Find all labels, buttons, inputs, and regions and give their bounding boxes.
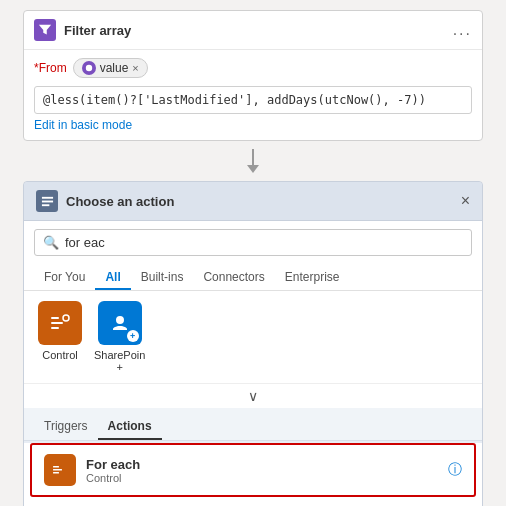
svg-rect-2 [41, 200, 52, 202]
sharepoint-label: SharePoin+ [94, 349, 145, 373]
svg-point-7 [63, 315, 69, 321]
tab-enterprise[interactable]: Enterprise [275, 264, 350, 290]
svg-point-0 [85, 65, 91, 71]
choose-action-card: Choose an action × 🔍 for eac For You All… [23, 181, 483, 506]
control-icon-box [38, 301, 82, 345]
from-label: *From [34, 61, 67, 75]
icons-grid: Control + SharePoin+ [24, 291, 482, 383]
main-container: Filter array ... *From value × @less(ite… [0, 0, 506, 506]
value-tag-label: value [100, 61, 129, 75]
for-each-info-icon[interactable]: ⓘ [448, 461, 462, 479]
filter-array-icon [34, 19, 56, 41]
edit-basic-mode-link[interactable]: Edit in basic mode [34, 118, 132, 132]
tab-all[interactable]: All [95, 264, 130, 290]
value-tag-close[interactable]: × [132, 62, 138, 74]
choose-action-icon [36, 190, 58, 212]
filter-array-header: Filter array ... [24, 11, 482, 50]
control-label: Control [42, 349, 77, 361]
tabs-row: For You All Built-ins Connectors Enterpr… [24, 264, 482, 291]
search-box[interactable]: 🔍 for eac [34, 229, 472, 256]
choose-header-left: Choose an action [36, 190, 174, 212]
chevron-down-icon[interactable]: ∨ [248, 388, 258, 404]
svg-rect-3 [41, 204, 48, 206]
filter-array-body: *From value × @less(item()?['LastModifie… [24, 50, 482, 140]
action-list: For each Control ⓘ Get files (properties… [24, 443, 482, 506]
value-tag-icon [82, 61, 96, 75]
search-container: 🔍 for eac [24, 221, 482, 264]
sub-tabs-row: Triggers Actions [24, 408, 482, 441]
action-item-for-each[interactable]: For each Control ⓘ [30, 443, 476, 497]
search-input[interactable]: for eac [65, 235, 463, 250]
arrow-line [252, 149, 254, 165]
sharepoint-plus-badge: + [127, 330, 139, 342]
search-icon: 🔍 [43, 235, 59, 250]
filter-array-title: Filter array [64, 23, 131, 38]
tab-for-you[interactable]: For You [34, 264, 95, 290]
filter-array-card: Filter array ... *From value × @less(ite… [23, 10, 483, 141]
choose-action-header: Choose an action × [24, 182, 482, 221]
sub-tab-actions[interactable]: Actions [98, 414, 162, 440]
svg-rect-10 [53, 472, 59, 474]
icon-sharepoint[interactable]: + SharePoin+ [94, 301, 145, 373]
tab-connectors[interactable]: Connectors [193, 264, 274, 290]
svg-rect-4 [51, 317, 59, 319]
close-button[interactable]: × [461, 193, 470, 209]
for-each-subtitle: Control [86, 472, 438, 484]
value-tag[interactable]: value × [73, 58, 148, 78]
sharepoint-icon-box: + [98, 301, 142, 345]
tab-built-ins[interactable]: Built-ins [131, 264, 194, 290]
for-each-text: For each Control [86, 457, 438, 484]
icon-control[interactable]: Control [38, 301, 82, 361]
action-item-get-files[interactable]: Get files (properties only) SharePoint ⓘ [24, 499, 482, 506]
connector-arrow [247, 141, 259, 181]
svg-rect-6 [51, 327, 59, 329]
from-row: *From value × [34, 58, 472, 78]
svg-rect-5 [51, 322, 63, 324]
svg-rect-1 [41, 196, 52, 198]
header-left: Filter array [34, 19, 131, 41]
chevron-row: ∨ [24, 383, 482, 408]
svg-rect-8 [53, 466, 59, 468]
more-options-button[interactable]: ... [453, 21, 472, 39]
formula-box: @less(item()?['LastModified'], addDays(u… [34, 86, 472, 114]
choose-action-title: Choose an action [66, 194, 174, 209]
for-each-name: For each [86, 457, 438, 472]
svg-rect-9 [53, 469, 62, 471]
sub-tab-triggers[interactable]: Triggers [34, 414, 98, 440]
arrow-head [247, 165, 259, 173]
for-each-icon [44, 454, 76, 486]
